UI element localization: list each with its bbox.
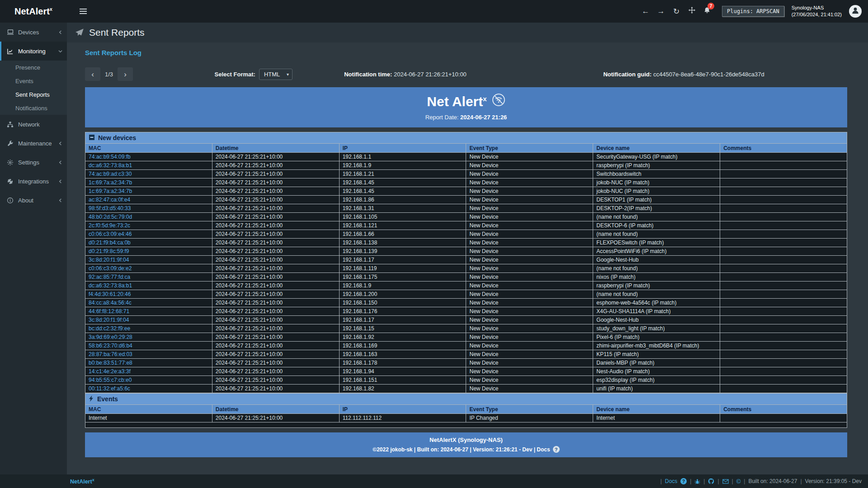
chevron-left-icon [58,160,62,164]
sidebar-item-notifications[interactable]: Notifications [0,101,67,115]
mac-link-cell[interactable]: c0:06:c3:09:de:e2 [85,264,212,273]
mac-link-cell[interactable]: d0:21:f9:8c:59:f9 [85,247,212,256]
table-cell: (name not found) [593,264,720,273]
mac-link-cell[interactable]: d0:21:f9:b4:ca:0b [85,239,212,247]
prev-page-button[interactable]: ‹ [85,67,100,81]
sidebar-item-integrations[interactable]: Integrations [0,172,67,191]
mac-link-cell[interactable]: 00:11:32:ef:a5:6c [85,385,212,393]
table-cell [720,247,847,256]
mac-link-cell[interactable]: 3a:9d:69:e0:29:28 [85,333,212,342]
events-icon [89,395,94,403]
pagination: ‹ 1/3 › [85,67,215,81]
mac-link-cell[interactable]: f4:4d:30:61:20:46 [85,290,212,299]
sent-reports-log-link[interactable]: Sent Reports Log [85,49,142,56]
sidebar-toggle-button[interactable] [77,5,90,18]
column-header-comments: Comments [720,144,847,153]
table-cell: 192.168.1.151 [339,376,466,385]
table-cell: X4G-AU-SHA1114A (IP match) [593,307,720,316]
mac-link-cell[interactable]: 74:ac:b9:ad:c3:30 [85,170,212,178]
footer-brand-link[interactable]: NetAlertx [70,478,94,485]
chevron-left-icon [58,198,62,202]
column-header-comments: Comments [720,405,847,414]
mac-link-cell[interactable]: dc:a6:32:73:8a:b1 [85,161,212,170]
sidebar-item-settings[interactable]: Settings [0,153,67,172]
table-cell: 2024-06-27 21:25:21+10:00 [212,299,339,307]
mac-link-cell[interactable]: 48:b0:2d:5c:79:0d [85,213,212,221]
nav-back-button[interactable]: ← [638,0,653,23]
table-cell: New Device [466,170,593,178]
sidebar-item-about[interactable]: About [0,191,67,210]
monitoring-icon [6,48,14,55]
table-cell: 192.168.1.9 [339,282,466,290]
table-cell: 2024-06-27 21:25:21+10:00 [212,170,339,178]
table-cell: nixos (IP match) [593,273,720,282]
notifications-button[interactable]: 7 [699,0,715,23]
host-time: (27/06/2024, 21:41:02) [792,11,842,18]
table-cell: 2024-06-27 21:25:21+10:00 [212,282,339,290]
mac-link-cell[interactable]: dc:a6:32:73:8a:b1 [85,282,212,290]
mac-link-cell[interactable]: c0:06:c3:09:e4:46 [85,230,212,239]
table-cell: New Device [466,178,593,187]
info-icon [6,197,14,204]
table-cell: 192.168.1.92 [339,333,466,342]
mac-link-cell[interactable]: 1c:69:7a:a2:34:7b [85,187,212,196]
report-title-text: Net Alert [427,94,483,109]
mac-link-cell[interactable]: 92:ac:85:77:fd:ca [85,273,212,282]
format-select[interactable]: HTML [259,69,292,80]
table-row: 44:6f:f8:12:68:712024-06-27 21:25:21+10:… [85,307,847,316]
table-cell: SecurityGateway-USG (IP match) [593,153,720,161]
table-cell: 192.168.1.21 [339,170,466,178]
mail-icon[interactable] [722,479,729,484]
main-area: Sent Reports Sent Reports Log ‹ 1/3 › Se… [67,23,868,474]
sidebar-item-sent-reports[interactable]: Sent Reports [0,88,67,101]
mac-link-cell[interactable]: b0:be:83:51:77:e8 [85,359,212,367]
table-cell: 192.168.1.163 [339,350,466,359]
mac-link-cell[interactable]: 94:b5:55:c7:cb:e0 [85,376,212,385]
table-cell: 2024-06-27 21:25:21+10:00 [212,153,339,161]
bug-icon[interactable] [694,479,700,484]
mac-link-cell[interactable]: ac:82:47:ca:0f:e4 [85,196,212,204]
empty-row [85,422,847,428]
plugins-button[interactable]: Plugins: ARPSCAN [722,6,784,17]
next-page-button[interactable]: › [118,67,133,81]
github-icon[interactable] [708,478,714,484]
app-logo[interactable]: NetAlertx [0,6,67,17]
mac-link-cell[interactable]: 14:c1:4e:2e:a3:3f [85,367,212,376]
mac-link-cell[interactable]: 2c:f0:5d:9e:73:2c [85,221,212,230]
mac-link-cell[interactable]: 84:cc:a8:4a:56:4c [85,299,212,307]
table-cell: raspberrypi (IP match) [593,282,720,290]
mac-link-cell[interactable]: 3c:8d:20:f1:9f:04 [85,316,212,324]
mac-link-cell[interactable]: 3c:8d:20:f1:9f:04 [85,256,212,264]
docs-link[interactable]: Docs [665,478,677,484]
mac-link-cell[interactable]: 98:5f:d3:d5:40:33 [85,204,212,213]
refresh-button[interactable]: ↻ [669,0,684,23]
sidebar-item-label: Integrations [18,178,54,185]
report-header: Net Alertx Report Date: 2024-06-27 21:26 [85,87,847,127]
move-button[interactable] [684,0,699,23]
table-cell [720,239,847,247]
puzzle-icon [6,178,14,185]
table-cell: New Device [466,273,593,282]
copyright-icon[interactable]: © [736,478,741,485]
mac-link-cell[interactable]: bc:dd:c2:32:f9:ee [85,324,212,333]
sidebar-item-maintenance[interactable]: Maintenance [0,134,67,153]
avatar[interactable] [849,5,862,18]
table-cell: New Device [466,221,593,230]
report-footer: NetAlertX (Synology-NAS) ©2022 jokob-sk … [85,432,847,457]
mac-link-cell[interactable]: 58:b6:23:70:d6:b4 [85,342,212,350]
help-icon[interactable]: ? [680,478,687,484]
chevron-left-icon: ‹ [91,70,94,78]
sidebar-item-events[interactable]: Events [0,74,67,88]
sidebar-item-network[interactable]: Network [0,115,67,134]
nav-forward-button[interactable]: → [653,0,669,23]
mac-link-cell[interactable]: 74:ac:b9:54:09:fb [85,153,212,161]
mac-link-cell[interactable]: 28:87:ba:76:ed:03 [85,350,212,359]
sidebar-item-devices[interactable]: Devices [0,23,67,42]
table-row: ac:82:47:ca:0f:e42024-06-27 21:25:21+10:… [85,196,847,204]
sidebar-item-presence[interactable]: Presence [0,61,67,74]
mac-link-cell[interactable]: 44:6f:f8:12:68:71 [85,307,212,316]
mac-link-cell[interactable]: 1c:69:7a:a2:34:7b [85,178,212,187]
sidebar-item-monitoring[interactable]: Monitoring [0,42,67,61]
table-cell: New Device [466,161,593,170]
help-icon[interactable]: ? [553,446,560,453]
